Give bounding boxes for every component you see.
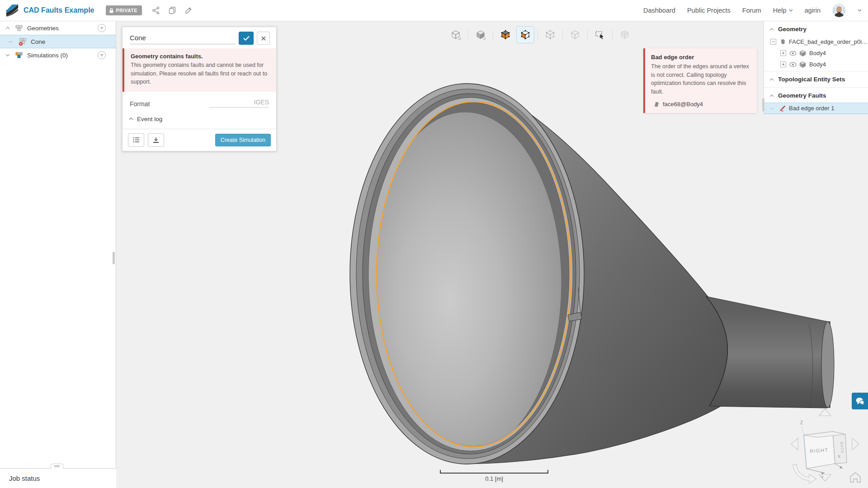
geometry-file-icon [780, 39, 786, 45]
nav-dashboard[interactable]: Dashboard [643, 7, 675, 14]
popup-title: Bad edge order [651, 54, 751, 61]
fault-edge-highlight [377, 102, 571, 447]
sidebar-item-cone[interactable]: – Cone [0, 35, 116, 48]
event-log-toggle[interactable]: Event log [123, 110, 276, 129]
copy-icon[interactable] [168, 6, 176, 14]
chevron-up-icon [769, 28, 774, 31]
root-geometry-label: FACE_bad_edge_order_p0id... [789, 38, 868, 45]
private-badge: PRIVATE [106, 5, 142, 15]
select-faces-button[interactable] [516, 26, 534, 43]
viewport-toolbar [447, 26, 634, 43]
topological-entity-sets-header[interactable]: Topological Entity Sets [764, 72, 868, 86]
axis-y-label: Y [821, 475, 824, 479]
support-chat-button[interactable] [852, 393, 868, 409]
visibility-eye-icon[interactable] [789, 51, 797, 56]
job-status-bar[interactable]: Job status [0, 469, 116, 488]
visibility-eye-icon[interactable] [789, 62, 797, 67]
nav-public-projects[interactable]: Public Projects [687, 7, 731, 14]
scale-bar: 0.1 [m] [440, 470, 548, 482]
alert-title: Geometry contains faults. [131, 53, 270, 60]
cone-geometry-icon [18, 37, 27, 46]
axis-x-label: X [838, 454, 840, 459]
nav-forum[interactable]: Forum [742, 7, 761, 14]
nav-help[interactable]: Help [773, 7, 793, 14]
view-wireframe-button[interactable] [447, 26, 465, 43]
simscale-logo [5, 4, 19, 17]
geometries-label: Geometries [27, 25, 59, 32]
navigation-cube[interactable]: RIGHT BACK Z Y X [787, 404, 864, 487]
tree-item-body4-b[interactable]: + Body4 [764, 59, 868, 70]
simulations-label: Simulations (0) [27, 52, 68, 59]
chevron-down-icon[interactable] [858, 9, 862, 12]
chevron-down-icon [789, 9, 793, 12]
create-simulation-button[interactable]: Create Simulation [215, 134, 271, 146]
chevron-up-icon [769, 94, 774, 97]
job-status-label: Job status [9, 474, 40, 482]
format-value: IGES [209, 99, 269, 108]
cone-properties-panel: Geometry contains faults. This geometry … [122, 27, 277, 151]
download-button[interactable] [148, 133, 164, 147]
chevron-down-icon[interactable] [5, 54, 12, 56]
edit-pencil-icon[interactable] [184, 6, 193, 14]
chevron-up-icon [769, 78, 774, 81]
job-status-drag-handle[interactable] [51, 464, 63, 469]
add-geometry-button[interactable]: + [98, 24, 106, 32]
top-navigation: Dashboard Public Projects Forum Help agi… [643, 4, 862, 17]
chevron-up-icon [129, 117, 133, 120]
face-icon [654, 101, 659, 107]
expand-icon[interactable]: + [780, 50, 786, 56]
select-volumes-button[interactable] [496, 26, 514, 43]
geometry-section-header[interactable]: Geometry [764, 22, 868, 36]
tree-item-body4-a[interactable]: + Body4 [764, 47, 868, 59]
fault-entity-row[interactable]: face68@Body4 [654, 101, 751, 108]
body-label: Body4 [809, 61, 868, 68]
box-select-button[interactable] [591, 26, 609, 43]
rotate-up-arrow[interactable] [819, 409, 831, 416]
collapse-icon[interactable]: − [770, 39, 776, 45]
fault-edge-icon [779, 105, 786, 112]
project-title: CAD Faults Example [24, 6, 94, 14]
geometry-fault-alert: Geometry contains faults. This geometry … [123, 48, 276, 92]
tree-item-root[interactable]: − FACE_bad_edge_order_p0id... [764, 36, 868, 47]
alert-body: This geometry contains faults and cannot… [131, 61, 270, 86]
add-simulation-button[interactable]: + [98, 51, 106, 59]
sidebar-resize-handle[interactable] [113, 252, 115, 264]
cube-face-back[interactable] [833, 432, 847, 464]
left-sidebar: Geometries + – Cone [0, 21, 116, 488]
close-panel-button[interactable] [257, 32, 270, 45]
sidebar-item-geometries[interactable]: Geometries + [0, 21, 116, 35]
bad-edge-order-popup: Bad edge order The order of the edges ar… [643, 48, 757, 113]
right-panel-resize-handle[interactable] [762, 98, 764, 112]
geometry-faults-header[interactable]: Geometry Faults [764, 89, 868, 103]
avatar[interactable] [832, 4, 846, 17]
fault-item-bad-edge-order[interactable]: – Bad edge order 1 [764, 103, 868, 114]
expand-icon[interactable]: + [780, 61, 786, 67]
sidebar-item-simulations[interactable]: Simulations (0) + [0, 48, 116, 62]
rotate-right-arrow[interactable] [852, 438, 859, 450]
chat-bubbles-icon [855, 397, 864, 405]
scale-bar-line [440, 470, 548, 474]
body-cube-icon [799, 50, 806, 56]
home-icon[interactable] [850, 473, 860, 482]
lock-icon [109, 8, 113, 13]
fault-entity-ref: face68@Body4 [663, 101, 703, 108]
scene-tree-panel: Geometry − FACE_bad_edge_order_p0id... +… [764, 21, 868, 114]
chevron-up-icon[interactable] [5, 27, 12, 29]
popup-body: The order of the edges around a vertex i… [651, 62, 751, 96]
geometry-name-input[interactable] [130, 33, 236, 44]
body-label: Body4 [809, 50, 868, 56]
rotate-left-arrow[interactable] [791, 438, 798, 450]
app: CAD Faults Example PRIVATE [0, 0, 868, 488]
cone-label: Cone [31, 38, 45, 45]
event-list-button[interactable] [128, 133, 144, 147]
confirm-button[interactable] [239, 32, 254, 45]
body-cube-icon [799, 61, 806, 68]
select-vertices-button[interactable] [566, 26, 584, 43]
cube-side-label: BACK [840, 442, 844, 454]
share-icon[interactable] [152, 6, 160, 14]
select-edges-button[interactable] [541, 26, 559, 43]
view-solid-button[interactable] [472, 26, 490, 43]
username-label[interactable]: agirin [805, 7, 821, 14]
mesh-view-button[interactable] [616, 26, 634, 43]
geometries-cubes-icon [14, 23, 24, 33]
